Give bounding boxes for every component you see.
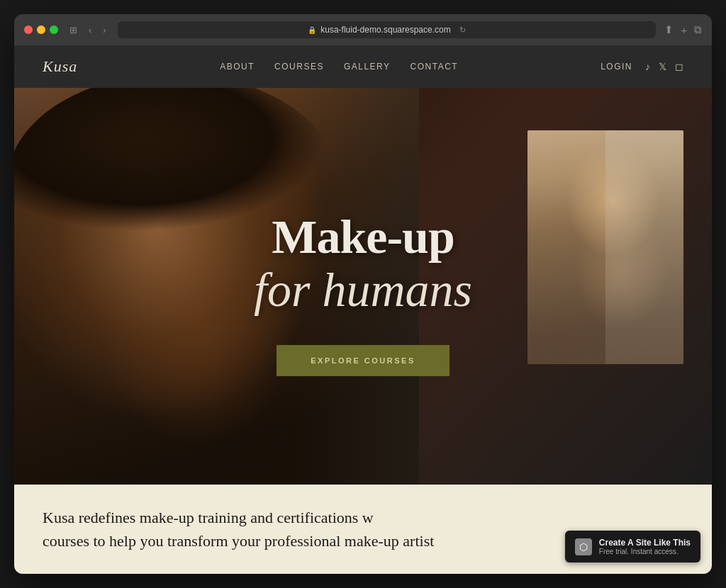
browser-chrome: ⊞ ‹ › 🔒 kusa-fluid-demo.squarespace.com … [14,14,712,45]
squarespace-badge[interactable]: ⬡ Create A Site Like This Free trial. In… [565,531,700,562]
hero-title-italic: for humans [254,264,472,317]
back-button[interactable]: ‹ [86,23,94,37]
nav-right: LOGIN ♪ 𝕏 ◻ [601,61,683,72]
website: Kusa ABOUT COURSES GALLERY CONTACT LOGIN… [14,45,712,574]
browser-actions: ⬆ + ⧉ [664,23,702,36]
nav-gallery[interactable]: GALLERY [344,62,391,72]
forward-button[interactable]: › [100,23,108,37]
address-bar[interactable]: 🔒 kusa-fluid-demo.squarespace.com ↻ [118,21,657,38]
twitter-icon[interactable]: 𝕏 [659,61,666,72]
badge-text: Create A Site Like This Free trial. Inst… [599,538,691,555]
tabs-icon[interactable]: ⧉ [694,23,702,36]
new-tab-icon[interactable]: + [681,24,687,36]
window-icon[interactable]: ⊞ [67,23,80,37]
social-icons: ♪ 𝕏 ◻ [645,61,683,72]
share-icon[interactable]: ⬆ [664,23,674,36]
hero-title-main: Make-up [272,210,454,264]
squarespace-logo-icon: ⬡ [575,538,592,555]
nav-about[interactable]: ABOUT [220,62,255,72]
traffic-lights [24,26,58,34]
tiktok-icon[interactable]: ♪ [645,61,650,72]
reload-icon[interactable]: ↻ [459,26,466,35]
instagram-icon[interactable]: ◻ [675,61,683,72]
maximize-button[interactable] [50,26,58,34]
site-logo[interactable]: Kusa [43,57,77,76]
lock-icon: 🔒 [308,26,316,34]
close-button[interactable] [24,26,33,34]
browser-nav-controls: ⊞ ‹ › [67,23,109,37]
explore-courses-button[interactable]: EXPLORE COURSES [277,345,449,376]
url-text: kusa-fluid-demo.squarespace.com [320,25,450,35]
hero-section: Make-up for humans EXPLORE COURSES [14,88,712,485]
nav-contact[interactable]: CONTACT [411,62,459,72]
website-wrapper: Kusa ABOUT COURSES GALLERY CONTACT LOGIN… [14,45,712,574]
nav-courses[interactable]: COURSES [274,62,324,72]
badge-main-text: Create A Site Like This [599,538,691,548]
browser-window: ⊞ ‹ › 🔒 kusa-fluid-demo.squarespace.com … [14,14,712,574]
login-link[interactable]: LOGIN [601,62,632,72]
minimize-button[interactable] [37,26,45,34]
hero-content: Make-up for humans EXPLORE COURSES [14,88,712,485]
bottom-text-line1: Kusa redefines make-up training and cert… [43,506,683,529]
navbar: Kusa ABOUT COURSES GALLERY CONTACT LOGIN… [14,45,712,88]
badge-sub-text: Free trial. Instant access. [599,548,691,555]
nav-links: ABOUT COURSES GALLERY CONTACT [220,62,458,72]
